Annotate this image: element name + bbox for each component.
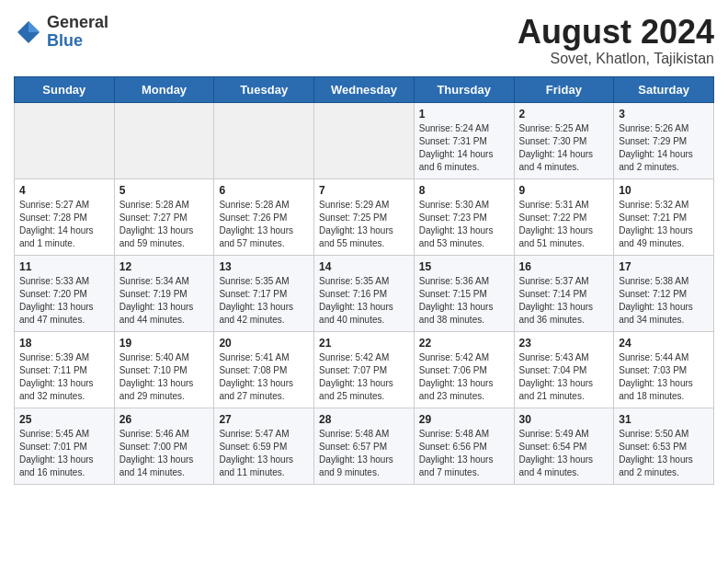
- day-info: Sunrise: 5:38 AM Sunset: 7:12 PM Dayligh…: [619, 275, 709, 327]
- calendar-cell: 14Sunrise: 5:35 AM Sunset: 7:16 PM Dayli…: [314, 255, 415, 331]
- day-number: 14: [319, 260, 409, 273]
- day-number: 28: [319, 413, 409, 426]
- day-number: 30: [519, 413, 609, 426]
- calendar-cell: [314, 102, 415, 178]
- calendar-cell: 1Sunrise: 5:24 AM Sunset: 7:31 PM Daylig…: [414, 102, 514, 178]
- weekday-header: Wednesday: [314, 76, 415, 102]
- day-info: Sunrise: 5:44 AM Sunset: 7:03 PM Dayligh…: [619, 351, 709, 403]
- day-info: Sunrise: 5:41 AM Sunset: 7:08 PM Dayligh…: [219, 351, 309, 403]
- day-info: Sunrise: 5:31 AM Sunset: 7:22 PM Dayligh…: [519, 199, 609, 250]
- page-subtitle: Sovet, Khatlon, Tajikistan: [518, 51, 714, 67]
- day-info: Sunrise: 5:42 AM Sunset: 7:07 PM Dayligh…: [319, 351, 409, 403]
- weekday-header: Monday: [114, 76, 214, 102]
- day-number: 4: [19, 184, 109, 197]
- day-number: 23: [519, 337, 609, 350]
- day-info: Sunrise: 5:39 AM Sunset: 7:11 PM Dayligh…: [19, 351, 109, 403]
- day-info: Sunrise: 5:30 AM Sunset: 7:23 PM Dayligh…: [419, 199, 509, 250]
- calendar-cell: 24Sunrise: 5:44 AM Sunset: 7:03 PM Dayli…: [614, 331, 714, 408]
- logo-blue-text: Blue: [47, 32, 108, 51]
- day-number: 22: [419, 337, 509, 350]
- calendar-cell: [214, 102, 314, 178]
- day-info: Sunrise: 5:47 AM Sunset: 6:59 PM Dayligh…: [219, 428, 309, 479]
- calendar-cell: 16Sunrise: 5:37 AM Sunset: 7:14 PM Dayli…: [514, 255, 614, 331]
- day-number: 26: [119, 413, 210, 426]
- day-number: 8: [419, 184, 509, 197]
- calendar-cell: 13Sunrise: 5:35 AM Sunset: 7:17 PM Dayli…: [214, 255, 314, 331]
- calendar-cell: 19Sunrise: 5:40 AM Sunset: 7:10 PM Dayli…: [114, 331, 214, 408]
- day-info: Sunrise: 5:46 AM Sunset: 7:00 PM Dayligh…: [119, 428, 210, 479]
- calendar-cell: 20Sunrise: 5:41 AM Sunset: 7:08 PM Dayli…: [214, 331, 314, 408]
- calendar-cell: 9Sunrise: 5:31 AM Sunset: 7:22 PM Daylig…: [514, 178, 614, 255]
- day-number: 18: [19, 337, 109, 350]
- calendar-cell: 11Sunrise: 5:33 AM Sunset: 7:20 PM Dayli…: [15, 255, 115, 331]
- calendar-cell: 31Sunrise: 5:50 AM Sunset: 6:53 PM Dayli…: [614, 408, 714, 484]
- day-number: 1: [419, 108, 509, 121]
- calendar-cell: 17Sunrise: 5:38 AM Sunset: 7:12 PM Dayli…: [614, 255, 714, 331]
- weekday-header: Friday: [514, 76, 614, 102]
- day-info: Sunrise: 5:49 AM Sunset: 6:54 PM Dayligh…: [519, 428, 609, 479]
- weekday-header: Sunday: [15, 76, 115, 102]
- calendar-cell: 6Sunrise: 5:28 AM Sunset: 7:26 PM Daylig…: [214, 178, 314, 255]
- day-info: Sunrise: 5:24 AM Sunset: 7:31 PM Dayligh…: [419, 122, 509, 174]
- day-number: 17: [619, 260, 709, 273]
- day-info: Sunrise: 5:40 AM Sunset: 7:10 PM Dayligh…: [119, 351, 210, 403]
- day-info: Sunrise: 5:33 AM Sunset: 7:20 PM Dayligh…: [19, 275, 109, 327]
- logo-general-text: General: [47, 14, 108, 32]
- calendar-cell: 10Sunrise: 5:32 AM Sunset: 7:21 PM Dayli…: [614, 178, 714, 255]
- calendar-cell: 23Sunrise: 5:43 AM Sunset: 7:04 PM Dayli…: [514, 331, 614, 408]
- calendar-week-row: 1Sunrise: 5:24 AM Sunset: 7:31 PM Daylig…: [15, 102, 714, 178]
- day-number: 19: [119, 337, 210, 350]
- day-number: 7: [319, 184, 409, 197]
- calendar-cell: [114, 102, 214, 178]
- calendar-cell: 5Sunrise: 5:28 AM Sunset: 7:27 PM Daylig…: [114, 178, 214, 255]
- weekday-header-row: SundayMondayTuesdayWednesdayThursdayFrid…: [15, 76, 714, 102]
- calendar-cell: 8Sunrise: 5:30 AM Sunset: 7:23 PM Daylig…: [414, 178, 514, 255]
- day-info: Sunrise: 5:29 AM Sunset: 7:25 PM Dayligh…: [319, 199, 409, 250]
- weekday-header: Thursday: [414, 76, 514, 102]
- day-number: 13: [219, 260, 309, 273]
- day-info: Sunrise: 5:45 AM Sunset: 7:01 PM Dayligh…: [19, 428, 109, 479]
- day-number: 31: [619, 413, 709, 426]
- day-info: Sunrise: 5:26 AM Sunset: 7:29 PM Dayligh…: [619, 122, 709, 174]
- day-info: Sunrise: 5:36 AM Sunset: 7:15 PM Dayligh…: [419, 275, 509, 327]
- day-info: Sunrise: 5:35 AM Sunset: 7:16 PM Dayligh…: [319, 275, 409, 327]
- day-number: 15: [419, 260, 509, 273]
- page-header: General Blue August 2024 Sovet, Khatlon,…: [14, 14, 714, 67]
- day-info: Sunrise: 5:37 AM Sunset: 7:14 PM Dayligh…: [519, 275, 609, 327]
- calendar-cell: 22Sunrise: 5:42 AM Sunset: 7:06 PM Dayli…: [414, 331, 514, 408]
- day-number: 25: [19, 413, 109, 426]
- day-info: Sunrise: 5:34 AM Sunset: 7:19 PM Dayligh…: [119, 275, 210, 327]
- day-number: 10: [619, 184, 709, 197]
- day-info: Sunrise: 5:42 AM Sunset: 7:06 PM Dayligh…: [419, 351, 509, 403]
- day-number: 5: [119, 184, 210, 197]
- calendar-cell: 30Sunrise: 5:49 AM Sunset: 6:54 PM Dayli…: [514, 408, 614, 484]
- day-info: Sunrise: 5:48 AM Sunset: 6:56 PM Dayligh…: [419, 428, 509, 479]
- calendar-table: SundayMondayTuesdayWednesdayThursdayFrid…: [14, 76, 714, 485]
- day-info: Sunrise: 5:43 AM Sunset: 7:04 PM Dayligh…: [519, 351, 609, 403]
- page-title: August 2024: [518, 14, 714, 51]
- weekday-header: Tuesday: [214, 76, 314, 102]
- calendar-cell: 26Sunrise: 5:46 AM Sunset: 7:00 PM Dayli…: [114, 408, 214, 484]
- calendar-cell: 3Sunrise: 5:26 AM Sunset: 7:29 PM Daylig…: [614, 102, 714, 178]
- calendar-cell: 4Sunrise: 5:27 AM Sunset: 7:28 PM Daylig…: [15, 178, 115, 255]
- day-number: 20: [219, 337, 309, 350]
- calendar-week-row: 11Sunrise: 5:33 AM Sunset: 7:20 PM Dayli…: [15, 255, 714, 331]
- calendar-cell: [15, 102, 115, 178]
- logo: General Blue: [14, 14, 108, 51]
- day-number: 24: [619, 337, 709, 350]
- day-info: Sunrise: 5:35 AM Sunset: 7:17 PM Dayligh…: [219, 275, 309, 327]
- logo-icon: [14, 17, 43, 47]
- day-number: 6: [219, 184, 309, 197]
- calendar-cell: 28Sunrise: 5:48 AM Sunset: 6:57 PM Dayli…: [314, 408, 415, 484]
- calendar-week-row: 4Sunrise: 5:27 AM Sunset: 7:28 PM Daylig…: [15, 178, 714, 255]
- calendar-cell: 15Sunrise: 5:36 AM Sunset: 7:15 PM Dayli…: [414, 255, 514, 331]
- day-info: Sunrise: 5:28 AM Sunset: 7:27 PM Dayligh…: [119, 199, 210, 250]
- calendar-cell: 25Sunrise: 5:45 AM Sunset: 7:01 PM Dayli…: [15, 408, 115, 484]
- day-number: 27: [219, 413, 309, 426]
- calendar-cell: 29Sunrise: 5:48 AM Sunset: 6:56 PM Dayli…: [414, 408, 514, 484]
- day-info: Sunrise: 5:28 AM Sunset: 7:26 PM Dayligh…: [219, 199, 309, 250]
- calendar-cell: 21Sunrise: 5:42 AM Sunset: 7:07 PM Dayli…: [314, 331, 415, 408]
- day-number: 12: [119, 260, 210, 273]
- day-info: Sunrise: 5:32 AM Sunset: 7:21 PM Dayligh…: [619, 199, 709, 250]
- day-number: 2: [519, 108, 609, 121]
